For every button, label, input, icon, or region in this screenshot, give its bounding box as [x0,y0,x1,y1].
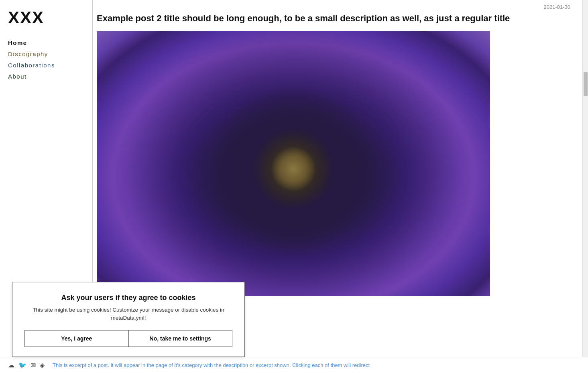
post-title: Example post 2 title should be long enou… [97,12,570,25]
scrollbar[interactable] [582,0,588,357]
nav-item-home[interactable]: Home [8,39,84,47]
rss-icon[interactable]: ◈ [40,361,45,369]
nav-link-home[interactable]: Home [8,39,27,46]
footer-excerpt: This is excerpt of a post. It will appea… [49,362,374,368]
nav-item-collaborations[interactable]: Collaborations [8,62,84,69]
twitter-icon[interactable]: 🐦 [18,361,26,369]
email-icon[interactable]: ✉ [31,361,36,369]
post-image [97,31,490,296]
cookie-description: This site might be using cookies! Custom… [24,306,232,322]
cookie-settings-button[interactable]: No, take me to settings [128,330,233,347]
nav-link-discography[interactable]: Discography [8,51,48,57]
cookie-banner: Ask your users if they agree to cookies … [12,282,245,357]
scrollbar-thumb[interactable] [584,72,588,96]
cookie-title: Ask your users if they agree to cookies [24,294,232,302]
soundcloud-icon[interactable]: ☁ [8,361,14,369]
cookie-buttons: Yes, I agree No, take me to settings [24,330,232,347]
nav-link-collaborations[interactable]: Collaborations [8,62,55,69]
cookie-agree-button[interactable]: Yes, I agree [24,330,128,347]
nav-item-about[interactable]: About [8,73,84,80]
nav-item-discography[interactable]: Discography [8,51,84,58]
footer-bar: ☁ 🐦 ✉ ◈ This is excerpt of a post. It wi… [0,357,588,373]
post-date: 2021-01-30 [97,0,570,10]
site-logo[interactable]: XXX [8,8,84,27]
nav-list: Home Discography Collaborations About [8,39,84,80]
nav-link-about[interactable]: About [8,73,27,80]
excerpt-link-text: This is excerpt of a post. It will appea… [53,362,370,368]
